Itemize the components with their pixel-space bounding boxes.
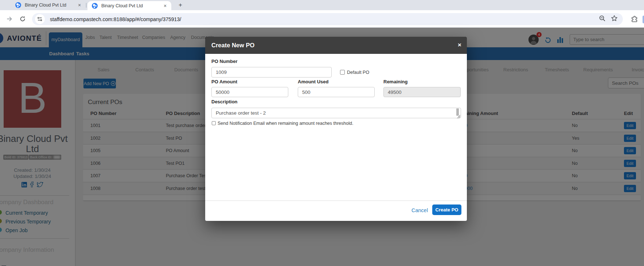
browser-tab-active[interactable]: Binary Cloud Pvt Ltd × — [87, 1, 171, 10]
po-amount-label: PO Amount — [211, 79, 237, 84]
textarea-resize-handle[interactable] — [457, 116, 460, 119]
browser-toolbar: staffdemo.compastech.com:8188/app/#/comp… — [0, 10, 644, 28]
amount-used-input[interactable] — [298, 87, 375, 97]
zoom-out-icon[interactable] — [599, 15, 606, 23]
screen: Binary Cloud Pvt Ltd × Binary Cloud Pvt … — [0, 0, 644, 266]
modal-header: Create New PO × — [205, 37, 467, 54]
default-po-label: Default PO — [347, 70, 369, 75]
site-favicon — [92, 3, 98, 9]
url-text[interactable]: staffdemo.compastech.com:8188/app/#/comp… — [50, 16, 599, 22]
remaining-label: Remaining — [383, 79, 407, 84]
tab-title: Binary Cloud Pvt Ltd — [25, 3, 76, 8]
cancel-link[interactable]: Cancel — [411, 207, 428, 213]
textarea-scrollbar[interactable] — [456, 108, 459, 116]
site-info-icon[interactable] — [35, 14, 45, 24]
new-tab-button[interactable]: + — [176, 1, 185, 9]
reload-icon[interactable] — [18, 10, 27, 28]
remaining-input — [383, 87, 461, 97]
bookmark-star-icon[interactable] — [611, 15, 618, 23]
address-bar[interactable]: staffdemo.compastech.com:8188/app/#/comp… — [32, 13, 623, 25]
notification-checkbox[interactable] — [212, 121, 216, 125]
browser-tab-inactive[interactable]: Binary Cloud Pvt Ltd × — [11, 0, 86, 10]
po-number-input[interactable] — [211, 67, 332, 78]
browser-profile-avatar[interactable] — [643, 16, 644, 23]
omnibox-actions — [599, 15, 618, 23]
modal-close-icon[interactable]: × — [458, 41, 461, 49]
po-amount-input[interactable] — [211, 87, 288, 97]
tab-separator — [86, 3, 86, 8]
description-textarea[interactable] — [211, 108, 461, 118]
create-po-button[interactable]: Create PO — [432, 205, 461, 215]
site-favicon — [15, 2, 21, 8]
tab-close-icon[interactable]: × — [76, 2, 83, 8]
forward-icon[interactable] — [5, 10, 14, 28]
po-number-label: PO Number — [211, 59, 238, 64]
modal-title: Create New PO — [211, 42, 254, 49]
create-po-modal: Create New PO × PO Number Default PO PO … — [205, 37, 467, 221]
description-label: Description — [211, 99, 238, 104]
amount-used-label: Amount Used — [298, 79, 329, 84]
tab-close-icon[interactable]: × — [162, 3, 168, 9]
default-po-checkbox[interactable] — [340, 70, 345, 75]
notification-label: Send Notification Email when remaining a… — [218, 121, 353, 126]
browser-tab-strip: Binary Cloud Pvt Ltd × Binary Cloud Pvt … — [0, 0, 644, 10]
extensions-puzzle-icon[interactable] — [630, 10, 639, 28]
tab-title: Binary Cloud Pvt Ltd — [101, 3, 162, 8]
